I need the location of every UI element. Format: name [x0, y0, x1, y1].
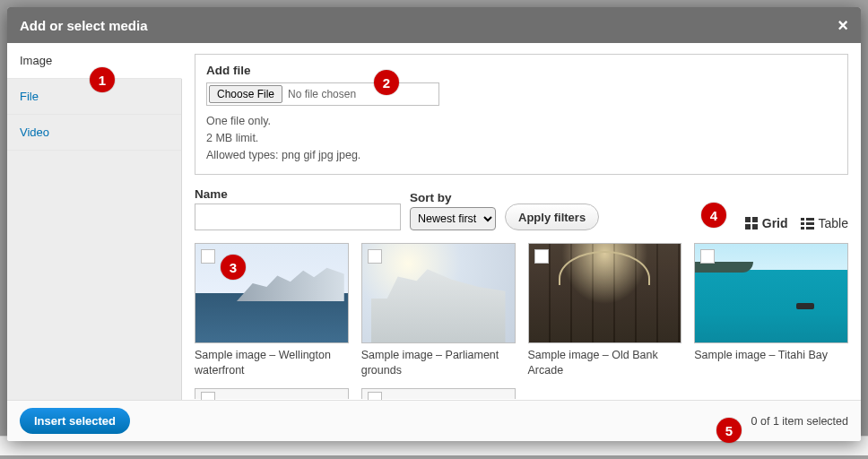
- upload-hints: One file only. 2 MB limit. Allowed types…: [206, 113, 837, 163]
- no-file-label: No file chosen: [284, 83, 356, 105]
- upload-box: Add file Choose File No file chosen One …: [195, 54, 848, 175]
- name-input[interactable]: [195, 204, 401, 230]
- select-checkbox[interactable]: [368, 249, 382, 264]
- filter-name-group: Name: [195, 187, 401, 230]
- upload-heading: Add file: [206, 64, 837, 77]
- media-tile[interactable]: Sample image – Parliament grounds: [361, 243, 516, 377]
- view-label: Grid: [762, 216, 788, 230]
- upload-hint: 2 MB limit.: [206, 130, 837, 147]
- media-tile-stub[interactable]: [361, 388, 516, 399]
- filter-bar: Name Sort by Newest first Apply filters …: [195, 187, 848, 230]
- filter-sort-group: Sort by Newest first: [410, 191, 496, 230]
- sort-label: Sort by: [410, 191, 496, 204]
- grid-icon: [745, 217, 758, 230]
- annotation-2: 2: [374, 70, 399, 95]
- annotation-1: 1: [90, 67, 115, 92]
- annotation-4: 4: [701, 203, 726, 228]
- media-tile[interactable]: Sample image – Old Bank Arcade: [528, 243, 682, 377]
- thumbnail[interactable]: [361, 243, 516, 343]
- view-label: Table: [819, 216, 848, 230]
- view-grid-button[interactable]: Grid: [745, 216, 788, 230]
- select-checkbox[interactable]: [534, 249, 549, 264]
- sidebar: Image File Video: [7, 43, 182, 400]
- sidebar-fill: [7, 151, 181, 400]
- media-tile[interactable]: Sample image – Wellington waterfront: [195, 243, 349, 377]
- thumbnail[interactable]: [528, 243, 682, 343]
- choose-file-button[interactable]: Choose File: [209, 85, 282, 103]
- tile-caption: Sample image – Titahi Bay: [694, 348, 848, 362]
- media-grid: Sample image – Wellington waterfront Sam…: [195, 243, 848, 377]
- upload-hint: One file only.: [206, 113, 837, 130]
- table-icon: [801, 218, 814, 230]
- apply-filters-button[interactable]: Apply filters: [505, 204, 599, 230]
- close-icon[interactable]: ×: [838, 16, 848, 34]
- select-checkbox[interactable]: [201, 392, 215, 400]
- insert-selected-button[interactable]: Insert selected: [20, 408, 130, 434]
- sort-select[interactable]: Newest first: [410, 207, 496, 230]
- annotation-5: 5: [716, 418, 742, 443]
- thumbnail[interactable]: [195, 243, 349, 343]
- dialog-body: Image File Video Add file Choose File No…: [7, 43, 861, 400]
- tab-label: Image: [20, 54, 52, 67]
- tile-caption: Sample image – Parliament grounds: [361, 348, 516, 377]
- media-grid-row-2: [195, 388, 848, 399]
- tile-caption: Sample image – Old Bank Arcade: [528, 348, 682, 377]
- name-label: Name: [195, 187, 401, 201]
- media-tile-stub[interactable]: [195, 388, 349, 399]
- tile-caption: Sample image – Wellington waterfront: [195, 348, 349, 377]
- select-checkbox[interactable]: [368, 392, 382, 400]
- file-input[interactable]: Choose File No file chosen: [206, 82, 439, 106]
- upload-hint: Allowed types: png gif jpg jpeg.: [206, 147, 837, 164]
- dialog-title: Add or select media: [20, 18, 148, 33]
- main-panel: Add file Choose File No file chosen One …: [182, 43, 861, 400]
- select-checkbox[interactable]: [700, 249, 715, 264]
- view-table-button[interactable]: Table: [801, 216, 848, 230]
- thumbnail[interactable]: [694, 243, 848, 343]
- dialog-header: Add or select media ×: [7, 7, 861, 43]
- view-toggle: Grid Table: [745, 216, 848, 230]
- annotation-3: 3: [221, 255, 246, 280]
- tab-label: File: [20, 90, 39, 103]
- tab-video[interactable]: Video: [7, 115, 181, 151]
- tab-label: Video: [20, 126, 49, 139]
- select-checkbox[interactable]: [201, 249, 215, 264]
- media-dialog: Add or select media × Image File Video A…: [7, 7, 861, 441]
- media-tile[interactable]: Sample image – Titahi Bay: [694, 243, 848, 377]
- selection-status: 0 of 1 item selected: [751, 415, 848, 428]
